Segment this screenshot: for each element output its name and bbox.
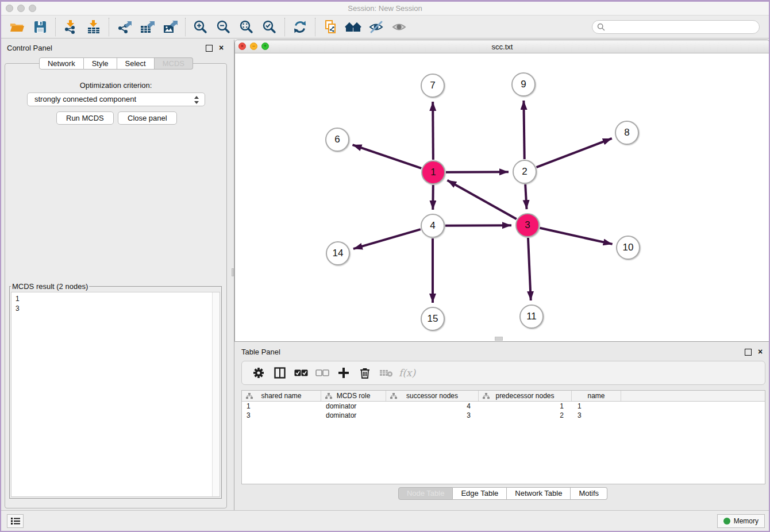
table-row[interactable]: 3 dominator 3 2 3: [242, 411, 765, 420]
graph-node-7[interactable]: 7: [421, 74, 445, 98]
show-all-nodes-edges-button[interactable]: [342, 17, 365, 37]
application-window: Session: New Session: [0, 0, 770, 532]
cell-successor-nodes: 3: [386, 411, 479, 420]
edge-4-3[interactable]: [445, 225, 511, 226]
window-title: Session: New Session: [1, 4, 769, 13]
delete-column-button[interactable]: [354, 363, 375, 383]
edge-1-2[interactable]: [446, 172, 509, 172]
control-panel: Control Panel × Network Style Select MCD…: [1, 40, 231, 510]
close-panel-button[interactable]: Close panel: [118, 111, 177, 125]
control-panel-float-icon[interactable]: [206, 45, 213, 52]
column-header-successor-nodes[interactable]: successor nodes: [386, 391, 479, 401]
import-network-button[interactable]: [59, 17, 82, 37]
select-all-rows-button[interactable]: [290, 363, 311, 383]
hierarchy-icon: [325, 393, 332, 399]
table-panel: Table Panel ×: [234, 344, 770, 510]
mcds-result-item: 3: [16, 304, 220, 314]
cell-mcds-role: dominator: [321, 402, 386, 411]
import-table-button[interactable]: [82, 17, 105, 37]
graph-node-1[interactable]: 1: [421, 160, 445, 184]
edge-1-6[interactable]: [352, 145, 421, 168]
splitter-grip[interactable]: [232, 268, 234, 276]
zoom-in-button[interactable]: [189, 17, 212, 37]
export-table-icon: [140, 20, 155, 34]
column-header-predecessor-nodes[interactable]: predecessor nodes: [479, 391, 572, 401]
tab-style[interactable]: Style: [84, 57, 117, 70]
checked-boxes-icon: [294, 369, 308, 377]
edge-3-11[interactable]: [528, 238, 531, 300]
graph-node-11[interactable]: 11: [519, 304, 544, 329]
graph-node-9[interactable]: 9: [511, 72, 536, 97]
zoom-out-button[interactable]: [212, 17, 235, 37]
cell-name: 1: [572, 402, 621, 411]
hide-graphics-details-button[interactable]: [365, 17, 388, 37]
graph-node-14[interactable]: 14: [326, 241, 350, 265]
cell-predecessor-nodes: 2: [479, 411, 572, 420]
memory-button[interactable]: Memory: [717, 514, 765, 528]
optimization-criterion-select[interactable]: strongly connected component: [27, 92, 205, 106]
search-input[interactable]: [609, 23, 754, 31]
save-session-button[interactable]: [29, 17, 52, 37]
optimization-criterion-label: Optimization criterion:: [5, 81, 226, 90]
tab-motifs[interactable]: Motifs: [571, 487, 607, 500]
table-row[interactable]: 1 dominator 4 1 1: [242, 402, 765, 411]
table-panel-float-icon[interactable]: [745, 349, 752, 356]
copy-network-button[interactable]: [319, 17, 342, 37]
mcds-result-scrollbar[interactable]: [212, 292, 220, 496]
open-folder-icon: [9, 20, 25, 34]
zoom-fit-content-button[interactable]: [235, 17, 258, 37]
show-graphics-details-button[interactable]: [388, 17, 411, 37]
graph-node-3[interactable]: 3: [515, 213, 540, 237]
search-icon: [597, 23, 605, 31]
cell-name: 3: [572, 411, 621, 420]
edge-1-7[interactable]: [433, 102, 433, 160]
zoom-selected-icon: [262, 20, 277, 34]
tab-node-table[interactable]: Node Table: [398, 487, 453, 500]
zoom-selected-button[interactable]: [258, 17, 281, 37]
column-header-name[interactable]: name: [572, 391, 621, 401]
graph-node-10[interactable]: 10: [616, 236, 640, 260]
mcds-result-list[interactable]: 1 3: [11, 292, 220, 497]
column-layout-button[interactable]: [269, 363, 290, 383]
canvas-splitter-grip[interactable]: [495, 337, 503, 341]
export-network-button[interactable]: [113, 17, 136, 37]
column-header-shared-name[interactable]: shared name: [242, 391, 321, 401]
tab-select[interactable]: Select: [117, 57, 155, 70]
add-column-button[interactable]: [333, 363, 354, 383]
edge-2-8[interactable]: [537, 138, 612, 167]
apply-preferred-layout-button[interactable]: [288, 17, 311, 37]
graph-node-15[interactable]: 15: [421, 307, 445, 331]
task-history-button[interactable]: [7, 514, 24, 528]
network-window-titlebar[interactable]: × − + scc.txt: [235, 40, 769, 53]
graph-node-2[interactable]: 2: [513, 160, 537, 184]
deselect-all-rows-button[interactable]: [311, 363, 333, 383]
graph-node-4[interactable]: 4: [421, 214, 445, 238]
edge-3-1[interactable]: [447, 180, 516, 219]
network-canvas[interactable]: 7968124314101511: [235, 53, 769, 341]
optimization-criterion-value: strongly connected component: [34, 95, 136, 103]
cell-shared-name: 3: [242, 411, 321, 420]
search-field[interactable]: [592, 20, 760, 34]
export-image-button[interactable]: [159, 17, 182, 37]
plus-icon: [338, 367, 349, 379]
graph-node-8[interactable]: 8: [615, 121, 639, 145]
tab-network[interactable]: Network: [39, 57, 84, 70]
edge-2-9[interactable]: [523, 101, 524, 159]
column-header-mcds-role[interactable]: MCDS role: [321, 391, 386, 401]
control-panel-tabs: Network Style Select MCDS: [1, 57, 231, 70]
network-view-window: × − + scc.txt 7968124314101511: [234, 40, 770, 342]
edge-2-3[interactable]: [525, 184, 526, 209]
export-table-button[interactable]: [136, 17, 159, 37]
open-session-button[interactable]: [6, 17, 29, 37]
tab-network-table[interactable]: Network Table: [507, 487, 571, 500]
tab-mcds[interactable]: MCDS: [155, 57, 193, 70]
edge-4-14[interactable]: [353, 229, 421, 249]
control-panel-close-icon[interactable]: ×: [217, 43, 225, 52]
edge-3-10[interactable]: [540, 228, 612, 244]
table-panel-close-icon[interactable]: ×: [756, 347, 764, 356]
tab-edge-table[interactable]: Edge Table: [453, 487, 507, 500]
table-settings-button[interactable]: [248, 363, 269, 383]
memory-status-icon: [723, 518, 730, 525]
graph-node-6[interactable]: 6: [325, 128, 349, 152]
run-mcds-button[interactable]: Run MCDS: [56, 111, 114, 125]
